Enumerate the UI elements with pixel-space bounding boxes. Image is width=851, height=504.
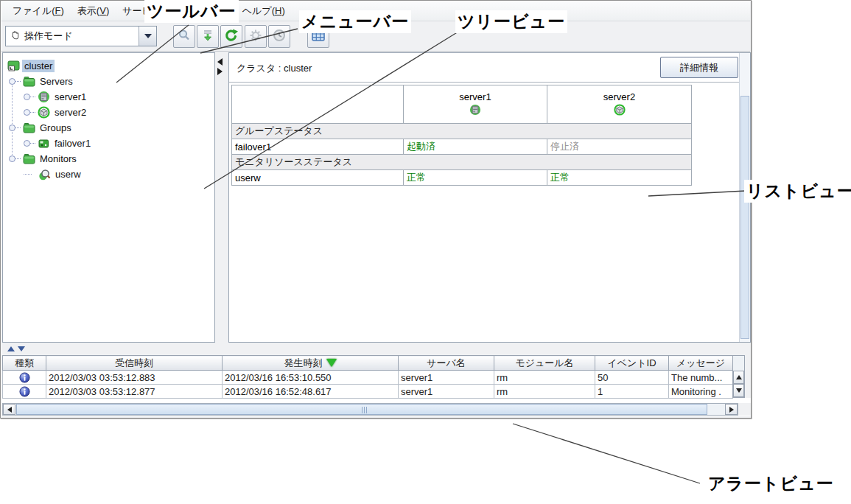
failover-group-icon xyxy=(38,137,50,150)
status-cell: 正常 xyxy=(547,170,692,186)
status-col-server1: server1 xyxy=(404,85,547,124)
arrow-right-icon xyxy=(729,407,734,413)
tree-item-label: server1 xyxy=(52,91,88,103)
col-occurred-time[interactable]: 発生時刻 xyxy=(223,356,399,371)
expand-handle-icon[interactable] xyxy=(24,140,30,147)
expand-handle-icon[interactable] xyxy=(9,125,15,131)
collapse-left-icon[interactable] xyxy=(217,58,223,66)
tree-item-server1[interactable]: server1 xyxy=(3,89,214,105)
split-divider-horizontal[interactable] xyxy=(2,344,751,355)
annotation-listview: リストビュー xyxy=(744,180,851,203)
server-name: server1 xyxy=(399,371,494,385)
col-server-name[interactable]: サーバ名 xyxy=(399,356,494,371)
status-cell: 起動済 xyxy=(404,139,547,155)
col-event-id[interactable]: イベントID xyxy=(595,356,669,371)
settings-button[interactable] xyxy=(245,25,267,48)
event-id: 1 xyxy=(595,385,669,399)
status-cell: 停止済 xyxy=(547,139,692,155)
tree-item-server2[interactable]: server2 xyxy=(3,105,214,120)
section-row-group-status: グループステータス xyxy=(232,124,692,139)
annotation-menubar: メニューバー xyxy=(299,10,411,33)
arrow-down-icon xyxy=(736,388,742,393)
expand-up-icon[interactable] xyxy=(7,346,15,351)
info-icon xyxy=(19,386,30,397)
col-message[interactable]: メッセージ xyxy=(669,356,733,371)
server-online-icon xyxy=(38,91,50,103)
tree-item-servers[interactable]: Servers xyxy=(3,74,214,89)
list-view-header: クラスタ : cluster 詳細情報 xyxy=(229,53,750,83)
occurred-time: 2012/03/16 16:53:10.550 xyxy=(223,371,399,385)
col-module-name[interactable]: モジュール名 xyxy=(494,356,595,371)
status-cell: 正常 xyxy=(404,170,547,186)
collapse-right-icon[interactable] xyxy=(217,68,223,75)
status-table: server1 server2 グループステータス failover1 起動済 … xyxy=(231,85,692,186)
menu-view[interactable]: 表示(V) xyxy=(71,2,116,20)
message: The numb... xyxy=(669,371,733,385)
detail-info-button[interactable]: 詳細情報 xyxy=(660,57,738,78)
table-row-failover1: failover1 起動済 停止済 xyxy=(232,139,692,155)
expand-handle-icon[interactable] xyxy=(24,109,30,116)
menu-file[interactable]: ファイル(F) xyxy=(6,2,71,20)
received-time: 2012/03/03 03:53:12.877 xyxy=(46,385,223,399)
alert-header-row: 種類 受信時刻 発生時刻 サーバ名 モジュール名 イベントID メッセージ xyxy=(3,356,733,371)
scroll-left-button[interactable] xyxy=(3,404,15,415)
monitor-resource-icon xyxy=(38,168,51,181)
scroll-right-button[interactable] xyxy=(725,404,738,415)
table-row-userw: userw 正常 正常 xyxy=(232,170,692,186)
tree-item-userw[interactable]: userw xyxy=(3,167,214,182)
arrow-up-icon xyxy=(736,375,742,379)
reload-icon xyxy=(224,28,239,46)
sort-descending-icon xyxy=(326,359,337,367)
alert-table: 種類 受信時刻 発生時刻 サーバ名 モジュール名 イベントID メッセージ 20… xyxy=(2,355,733,399)
tree-item-label: failover1 xyxy=(52,137,93,150)
scroll-down-button[interactable] xyxy=(733,384,744,397)
alert-view: 種類 受信時刻 発生時刻 サーバ名 モジュール名 イベントID メッセージ 20… xyxy=(2,355,751,416)
list-view: クラスタ : cluster 詳細情報 server1 server2 xyxy=(228,52,751,343)
tree-item-label: cluster xyxy=(22,60,55,72)
server-cube-icon xyxy=(614,104,626,118)
section-header: モニタリソースステータス xyxy=(232,155,692,170)
expand-handle-icon[interactable] xyxy=(9,78,15,85)
event-id: 50 xyxy=(595,371,669,385)
scroll-up-button[interactable] xyxy=(733,371,744,384)
download-icon xyxy=(200,28,215,46)
section-header: グループステータス xyxy=(232,124,692,139)
alert-type-cell xyxy=(3,385,46,399)
received-time: 2012/03/03 03:53:12.883 xyxy=(46,371,223,385)
cluster-title: クラスタ : cluster xyxy=(237,62,312,75)
arrow-left-icon xyxy=(7,407,12,413)
alert-row[interactable]: 2012/03/03 03:53:12.877 2012/03/16 16:52… xyxy=(3,385,733,399)
col-received-time[interactable]: 受信時刻 xyxy=(46,356,223,371)
mode-selector[interactable]: 操作モード xyxy=(5,26,157,46)
annotation-toolbar: ツールバー xyxy=(144,0,239,23)
split-divider-vertical[interactable] xyxy=(217,58,226,75)
time-clock-icon xyxy=(272,28,287,46)
tree-item-groups[interactable]: Groups xyxy=(3,120,214,136)
reload-button[interactable] xyxy=(220,25,242,48)
alert-vertical-scrollbar[interactable] xyxy=(732,355,745,398)
cluster-icon xyxy=(7,60,20,72)
server-cube-icon xyxy=(38,106,50,119)
servers-folder-icon xyxy=(23,75,35,88)
section-row-monitor-status: モニタリソースステータス xyxy=(232,155,692,170)
alert-horizontal-scrollbar[interactable] xyxy=(2,403,738,416)
time-info-button[interactable] xyxy=(268,25,290,48)
tree-item-failover1[interactable]: failover1 xyxy=(3,136,214,151)
expand-handle-icon[interactable] xyxy=(24,94,30,100)
server-name: server1 xyxy=(399,385,494,399)
expand-down-icon[interactable] xyxy=(18,346,25,351)
tree-item-cluster[interactable]: cluster xyxy=(3,58,214,74)
menu-help[interactable]: ヘルプ(H) xyxy=(236,2,292,20)
download-button[interactable] xyxy=(197,25,219,48)
col-type[interactable]: 種類 xyxy=(3,356,46,371)
alert-row[interactable]: 2012/03/03 03:53:12.883 2012/03/16 16:53… xyxy=(3,371,733,385)
scrollbar-thumb[interactable] xyxy=(740,96,749,339)
cluster-manager-window: ファイル(F) 表示(V) サービス(S) ツール(T) ヘルプ(H) 操作モー… xyxy=(0,0,752,419)
tree-item-label: Monitors xyxy=(38,153,79,165)
mode-selector-value: 操作モード xyxy=(24,29,73,43)
scrollbar-thumb[interactable] xyxy=(16,404,707,415)
mode-selector-dropdown-arrow[interactable] xyxy=(139,27,156,46)
tree-item-monitors[interactable]: Monitors xyxy=(3,151,214,167)
expand-handle-icon[interactable] xyxy=(9,155,15,162)
search-button[interactable] xyxy=(173,25,195,48)
